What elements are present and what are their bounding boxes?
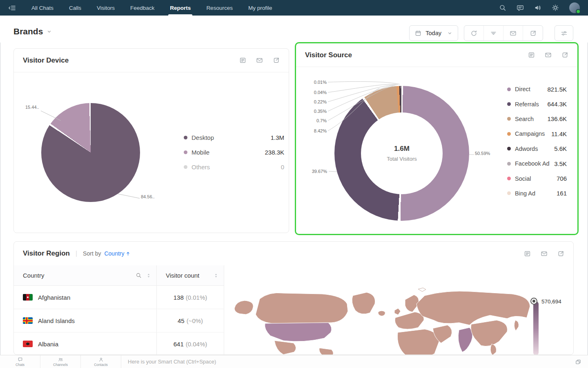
count-value: 138 — [174, 294, 184, 301]
sort-icon[interactable] — [146, 273, 151, 278]
visitor-device-card: Visitor Device 15.44.. 84.56.. Desktop 1… — [13, 48, 289, 233]
feedback-icon[interactable] — [517, 4, 524, 11]
date-filter-button[interactable]: Today — [409, 25, 458, 41]
smart-chat-input[interactable] — [121, 355, 568, 368]
legend-dot — [507, 147, 511, 150]
legend-dot — [507, 191, 511, 195]
mail-icon — [510, 30, 517, 37]
nav-item-calls[interactable]: Calls — [61, 0, 89, 16]
chevron-down-icon — [447, 31, 452, 36]
open-in-new-icon[interactable] — [557, 250, 564, 257]
list-icon[interactable] — [528, 52, 535, 58]
pie-callout-mobile: 15.44.. — [25, 105, 39, 110]
legend-item-bing-ad[interactable]: Bing Ad 161 — [507, 186, 567, 201]
country-cell: Afghanistan — [14, 286, 157, 309]
visitor-source-card-selected: Visitor Source 1.6M Total Visitors — [295, 42, 579, 235]
legend-item-desktop[interactable]: Desktop 1.3M — [184, 130, 284, 145]
page-header: Brands Today — [0, 16, 588, 43]
tab-chats[interactable]: Chats — [0, 355, 40, 368]
volume-icon[interactable] — [534, 4, 541, 11]
count-cell: 641 (0.04%) — [157, 332, 224, 355]
pie-callout-desktop: 84.56.. — [141, 194, 155, 199]
tab-contacts[interactable]: Contacts — [81, 355, 121, 368]
card-actions — [239, 57, 280, 64]
legend-dot — [507, 132, 511, 136]
legend-item-direct[interactable]: Direct 821.5K — [507, 82, 567, 96]
user-avatar[interactable] — [569, 2, 580, 13]
people-icon — [58, 357, 63, 362]
search-icon[interactable] — [136, 272, 142, 278]
chat-stack-button[interactable] — [568, 355, 588, 368]
sidebar-toggle[interactable] — [0, 0, 24, 16]
nav-item-reports[interactable]: Reports — [162, 0, 198, 16]
legend-label: Desktop — [192, 134, 214, 141]
legend-item-campaigns[interactable]: Campaigns 11.4K — [507, 126, 567, 141]
country-name: Aland Islands — [38, 317, 75, 324]
legend-item-search[interactable]: Search 136.6K — [507, 112, 567, 126]
country-name: Afghanistan — [38, 294, 70, 301]
column-header-country[interactable]: Country — [14, 265, 157, 285]
visitor-region-header: Visitor Region | Sort by Country — [14, 242, 573, 265]
list-icon[interactable] — [239, 57, 246, 64]
sort-field-link[interactable]: Country — [104, 250, 131, 257]
legend-value: 238.3K — [265, 149, 284, 156]
donut-callout: 0.01% — [309, 80, 327, 85]
column-label: Country — [23, 272, 45, 279]
sort-field-value: Country — [104, 250, 124, 257]
legend-item-adwords[interactable]: Adwords 5.6K — [507, 141, 567, 156]
legend-item-facebook-ad[interactable]: Facebook Ad 3.5K — [507, 156, 567, 171]
legend-value: 644.3K — [547, 101, 567, 108]
donut-center: 1.6M Total Visitors — [361, 112, 443, 194]
mail-icon[interactable] — [541, 250, 548, 257]
legend-label: Bing Ad — [515, 190, 535, 197]
mail-icon[interactable] — [256, 57, 263, 64]
legend-label: Search — [515, 116, 534, 122]
device-pie-chart[interactable] — [41, 103, 140, 202]
map-scale-marker[interactable] — [530, 298, 537, 305]
table-row-albania[interactable]: Albania 641 (0.04%) — [14, 332, 224, 355]
header-controls: Today — [409, 25, 573, 41]
legend-label: Mobile — [192, 149, 209, 156]
list-icon[interactable] — [524, 250, 531, 257]
legend-value: 706 — [557, 175, 567, 182]
date-filter-label: Today — [425, 30, 441, 36]
nav-item-resources[interactable]: Resources — [198, 0, 241, 16]
legend-item-mobile[interactable]: Mobile 238.3K — [184, 145, 284, 159]
column-header-visitor-count[interactable]: Visitor count — [157, 265, 224, 285]
legend-value: 11.4K — [551, 130, 567, 137]
tab-label: Contacts — [94, 363, 108, 367]
device-legend: Desktop 1.3M Mobile 238.3K Others 0 — [184, 130, 284, 174]
filter-button[interactable] — [484, 26, 503, 40]
nav-item-feedback[interactable]: Feedback — [122, 0, 162, 16]
sort-icon[interactable] — [213, 273, 219, 278]
calendar-icon — [415, 30, 421, 36]
table-row-aland-islands[interactable]: Aland Islands 45 (~0%) — [14, 309, 224, 332]
country-cell: Albania — [14, 332, 157, 355]
legend-value: 0 — [281, 164, 284, 171]
open-in-new-icon[interactable] — [561, 52, 568, 58]
legend-item-others[interactable]: Others 0 — [184, 159, 284, 174]
smart-chat-bar: Chats Channels Contacts — [0, 355, 588, 368]
nav-item-my-profile[interactable]: My profile — [241, 0, 280, 16]
nav-item-all-chats[interactable]: All Chats — [24, 0, 61, 16]
brands-dropdown[interactable]: Brands — [13, 27, 52, 36]
tab-channels[interactable]: Channels — [40, 355, 81, 368]
search-icon[interactable] — [499, 4, 506, 11]
refresh-button[interactable] — [464, 26, 484, 40]
open-in-new-icon[interactable] — [273, 57, 280, 64]
donut-callout: 0.22% — [309, 99, 327, 104]
table-row-afghanistan[interactable]: Afghanistan 138 (0.01%) — [14, 286, 224, 309]
legend-item-social[interactable]: Social 706 — [507, 171, 567, 186]
nav-item-visitors[interactable]: Visitors — [89, 0, 122, 16]
settings-gear-icon[interactable] — [552, 4, 559, 11]
mail-icon[interactable] — [545, 52, 552, 58]
email-report-button[interactable] — [503, 26, 523, 40]
export-button[interactable] — [523, 26, 543, 40]
count-cell: 45 (~0%) — [157, 309, 224, 332]
card-title: Visitor Region — [23, 249, 70, 258]
legend-item-referrals[interactable]: Referrals 644.3K — [507, 96, 567, 111]
navbar-actions — [499, 0, 588, 16]
customize-button[interactable] — [555, 25, 573, 41]
arrow-up-icon — [125, 251, 131, 256]
legend-value: 821.5K — [547, 86, 567, 93]
